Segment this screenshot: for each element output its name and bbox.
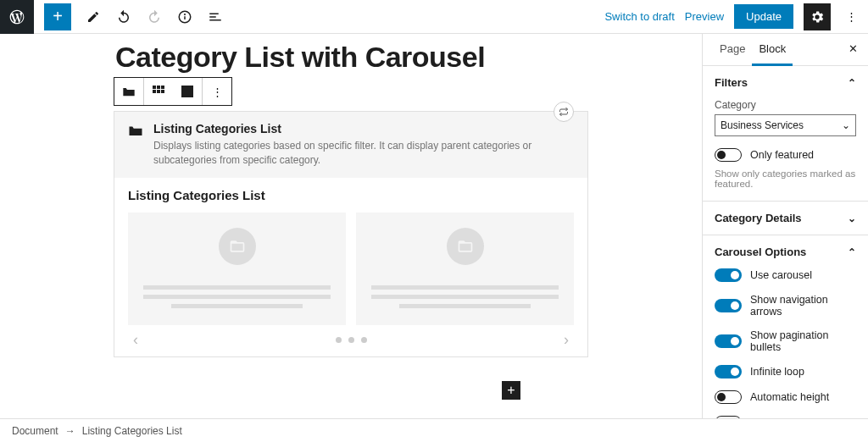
panel-title: Filters bbox=[715, 76, 748, 89]
switch-to-draft-link[interactable]: Switch to draft bbox=[604, 10, 674, 23]
listing-categories-block[interactable]: Listing Categories List Displays listing… bbox=[114, 111, 588, 357]
block-type-icon[interactable] bbox=[114, 78, 143, 105]
block-description: Displays listing categories based on spe… bbox=[153, 139, 574, 168]
svg-rect-10 bbox=[157, 90, 160, 93]
redo-icon[interactable] bbox=[142, 2, 166, 32]
panel-filters: Filters ⌃ Category Business Services ⌄ O… bbox=[703, 66, 868, 202]
svg-rect-3 bbox=[209, 13, 219, 14]
breadcrumb-current[interactable]: Listing Categories List bbox=[82, 425, 182, 437]
folder-open-icon bbox=[219, 228, 256, 265]
svg-rect-8 bbox=[161, 86, 164, 89]
block-title: Listing Categories List bbox=[153, 122, 574, 135]
editor-topbar: + Switch to draft Preview Update ⋮ bbox=[0, 0, 868, 34]
autoplay-toggle[interactable] bbox=[715, 416, 742, 418]
svg-rect-9 bbox=[153, 90, 156, 93]
block-toolbar: ⋮ bbox=[114, 77, 232, 106]
settings-sidebar: Page Block ✕ Filters ⌃ Category Business… bbox=[702, 34, 868, 418]
sidebar-tabs: Page Block ✕ bbox=[703, 34, 868, 66]
panel-title: Category Details bbox=[715, 212, 802, 224]
svg-rect-6 bbox=[153, 86, 156, 89]
panel-category-details: Category Details ⌄ bbox=[703, 202, 868, 235]
category-card-placeholder bbox=[128, 213, 346, 325]
carousel-prev-icon[interactable]: ‹ bbox=[133, 331, 138, 349]
category-card-placeholder bbox=[356, 213, 574, 325]
svg-rect-7 bbox=[157, 86, 160, 89]
chevron-up-icon: ⌃ bbox=[848, 77, 856, 89]
toggle-label: Automatic height bbox=[750, 391, 829, 403]
toggle-label: Show navigation arrows bbox=[750, 294, 856, 318]
tab-block[interactable]: Block bbox=[752, 34, 793, 66]
pagination-dot[interactable] bbox=[348, 337, 354, 343]
tab-page[interactable]: Page bbox=[713, 34, 752, 65]
toggle-label: Infinite loop bbox=[750, 366, 804, 378]
folder-open-icon bbox=[447, 228, 484, 265]
folder-icon bbox=[128, 124, 143, 140]
close-sidebar-icon[interactable]: ✕ bbox=[849, 34, 858, 65]
pagination-dot[interactable] bbox=[361, 337, 367, 343]
breadcrumb: Document → Listing Categories List bbox=[0, 418, 868, 442]
panel-carousel-options: Carousel Options ⌃ Use carousel Show nav… bbox=[703, 235, 868, 418]
block-more-icon[interactable]: ⋮ bbox=[203, 78, 231, 105]
layout-full-icon[interactable] bbox=[173, 78, 202, 105]
svg-rect-12 bbox=[181, 86, 193, 97]
edit-tool-icon[interactable] bbox=[81, 2, 105, 32]
show-nav-toggle[interactable] bbox=[715, 299, 742, 312]
panel-filters-header[interactable]: Filters ⌃ bbox=[703, 66, 868, 99]
settings-gear-button[interactable] bbox=[804, 3, 831, 30]
use-carousel-toggle[interactable] bbox=[715, 268, 742, 282]
chevron-down-icon: ⌄ bbox=[848, 213, 856, 224]
more-options-icon[interactable]: ⋮ bbox=[841, 2, 861, 32]
panel-category-details-header[interactable]: Category Details ⌄ bbox=[703, 202, 868, 235]
category-select[interactable]: Business Services ⌄ bbox=[715, 114, 856, 136]
toggle-label: Show pagination bullets bbox=[750, 329, 856, 353]
select-value: Business Services bbox=[721, 119, 804, 131]
show-bullets-toggle[interactable] bbox=[715, 334, 742, 348]
pagination-dot[interactable] bbox=[336, 337, 342, 343]
only-featured-toggle[interactable] bbox=[715, 148, 742, 162]
svg-rect-5 bbox=[209, 19, 221, 21]
chevron-down-icon: ⌄ bbox=[842, 119, 850, 131]
toggle-label: Only featured bbox=[750, 149, 814, 161]
panel-title: Carousel Options bbox=[715, 246, 806, 258]
insert-block-button[interactable]: + bbox=[502, 381, 520, 400]
auto-height-toggle[interactable] bbox=[715, 390, 742, 404]
wordpress-logo[interactable] bbox=[0, 0, 34, 34]
page-title[interactable]: Category List with Carousel bbox=[114, 41, 588, 74]
svg-rect-4 bbox=[209, 16, 216, 18]
preview-link[interactable]: Preview bbox=[685, 10, 724, 23]
chevron-up-icon: ⌃ bbox=[848, 246, 856, 258]
add-block-button[interactable]: + bbox=[44, 3, 71, 30]
help-text: Show only categories marked as featured. bbox=[715, 169, 856, 189]
update-button[interactable]: Update bbox=[734, 4, 793, 29]
block-body-title: Listing Categories List bbox=[128, 188, 574, 202]
breadcrumb-separator-icon: → bbox=[65, 425, 75, 437]
layout-grid-icon[interactable] bbox=[144, 78, 173, 105]
list-view-icon[interactable] bbox=[203, 2, 227, 32]
editor-canvas: Category List with Carousel ⋮ bbox=[0, 34, 702, 418]
info-icon[interactable] bbox=[173, 2, 197, 32]
infinite-loop-toggle[interactable] bbox=[715, 365, 742, 378]
svg-rect-11 bbox=[161, 90, 164, 93]
undo-icon[interactable] bbox=[112, 2, 136, 32]
toggle-label: Use carousel bbox=[750, 269, 812, 281]
block-header: Listing Categories List Displays listing… bbox=[114, 112, 587, 178]
panel-carousel-header[interactable]: Carousel Options ⌃ bbox=[703, 235, 868, 268]
breadcrumb-root[interactable]: Document bbox=[12, 425, 58, 437]
carousel-next-icon[interactable]: › bbox=[564, 331, 569, 349]
block-swap-icon[interactable] bbox=[554, 102, 574, 122]
svg-point-2 bbox=[185, 14, 186, 14]
category-label: Category bbox=[715, 99, 856, 111]
